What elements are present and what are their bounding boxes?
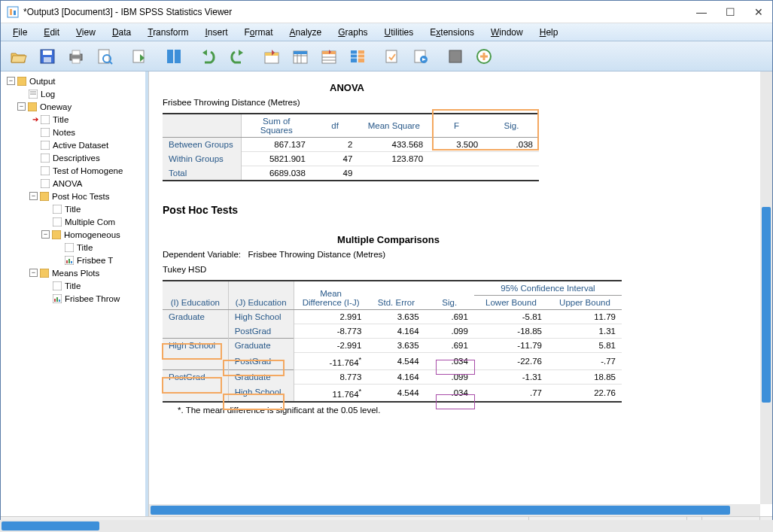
svg-rect-46 — [41, 179, 50, 188]
open-icon[interactable] — [5, 44, 32, 68]
variables-icon[interactable] — [315, 44, 342, 68]
anova-table[interactable]: Sum of Squares df Mean Square F Sig. Bet… — [163, 113, 539, 181]
posthoc-section-title: Post Hoc Tests — [163, 204, 759, 216]
svg-rect-56 — [40, 269, 49, 278]
undo-icon[interactable] — [195, 44, 222, 68]
menu-extensions[interactable]: Extensions — [422, 26, 482, 39]
table-row: PostGradGraduate8.7734.164.099-1.3118.85 — [163, 369, 622, 384]
tree-homogeneous[interactable]: −Homogeneous — [1, 228, 145, 241]
svg-rect-2 — [14, 11, 16, 15]
multcomp-title: Multiple Comparisons — [163, 234, 614, 245]
table-row: Between Groups 867.137 2 433.568 3.500 .… — [163, 138, 539, 152]
menu-help[interactable]: Help — [532, 26, 566, 39]
preview-icon[interactable] — [91, 44, 118, 68]
designate-icon[interactable] — [442, 44, 469, 68]
menu-file[interactable]: File — [5, 26, 35, 39]
tree-posthoc[interactable]: −Post Hoc Tests — [1, 190, 145, 202]
run-icon[interactable] — [407, 44, 434, 68]
outline-pane: −Output Log −Oneway ➔Title Notes Active … — [1, 71, 148, 516]
tree-oneway[interactable]: −Oneway — [1, 100, 145, 113]
method-label: Tukey HSD — [163, 265, 759, 274]
svg-line-11 — [109, 61, 112, 64]
toolbar — [1, 41, 772, 71]
svg-rect-13 — [167, 50, 173, 63]
menu-utilities[interactable]: Utilities — [377, 26, 421, 39]
menu-transform[interactable]: Transform — [140, 26, 196, 39]
svg-rect-0 — [8, 7, 18, 17]
menubar: File Edit View Data Transform Insert For… — [1, 23, 772, 41]
gotodata-icon[interactable] — [258, 44, 285, 68]
tree-frisbee-t[interactable]: Frisbee T — [1, 254, 145, 266]
tree-means-title[interactable]: Title — [1, 279, 145, 292]
tree-log[interactable]: Log — [1, 87, 145, 100]
add-icon[interactable] — [470, 44, 498, 68]
export-icon[interactable] — [126, 44, 153, 68]
tree-title[interactable]: ➔Title — [1, 113, 145, 126]
svg-rect-20 — [294, 51, 307, 54]
main-area: −Output Log −Oneway ➔Title Notes Active … — [1, 71, 772, 516]
grid-icon[interactable] — [160, 44, 187, 68]
tree-anova[interactable]: ANOVA — [1, 177, 145, 190]
svg-rect-7 — [72, 50, 80, 55]
menu-edit[interactable]: Edit — [36, 26, 67, 39]
menu-view[interactable]: View — [68, 26, 103, 39]
svg-rect-45 — [41, 166, 50, 175]
svg-rect-48 — [53, 205, 62, 214]
table-row: High School11.764*4.544.034.7722.76 — [163, 384, 622, 401]
svg-rect-36 — [17, 77, 26, 86]
menu-graphs[interactable]: Graphs — [330, 26, 375, 39]
tree-means-plots[interactable]: −Means Plots — [1, 266, 145, 279]
svg-rect-40 — [28, 102, 37, 111]
tree-multiple-comp[interactable]: Multiple Com — [1, 215, 145, 228]
tree-posthoc-title[interactable]: Title — [1, 202, 145, 215]
print-icon[interactable] — [62, 44, 90, 68]
svg-rect-32 — [449, 50, 461, 62]
table-row: Within Groups 5821.901 47 123.870 — [163, 152, 539, 166]
svg-rect-51 — [65, 243, 74, 252]
titlebar: *Output3 [Document3] - IBM SPSS Statisti… — [1, 1, 772, 23]
svg-rect-53 — [66, 260, 68, 263]
select-icon[interactable] — [379, 44, 406, 68]
table-row: High SchoolGraduate-2.9913.635.691-11.79… — [163, 339, 622, 353]
window-title: *Output3 [Document3] - IBM SPSS Statisti… — [23, 7, 694, 17]
footnote: *. The mean difference is significant at… — [178, 406, 759, 415]
close-button[interactable]: ✕ — [751, 6, 766, 18]
gotocase-icon[interactable] — [287, 44, 314, 68]
svg-rect-49 — [53, 217, 62, 226]
svg-rect-5 — [44, 57, 51, 62]
tree-active-dataset[interactable]: Active Dataset — [1, 138, 145, 151]
app-icon — [7, 6, 19, 18]
svg-rect-4 — [43, 50, 52, 55]
tree-descriptives[interactable]: Descriptives — [1, 151, 145, 164]
menu-analyze[interactable]: Analyze — [282, 26, 330, 39]
svg-rect-8 — [72, 59, 80, 63]
table-row: PostGrad-11.764*4.544.034-22.76-.77 — [163, 353, 622, 370]
svg-rect-57 — [53, 281, 62, 290]
svg-rect-1 — [10, 9, 12, 15]
tree-test-homogeneity[interactable]: Test of Homogene — [1, 164, 145, 177]
maximize-button[interactable]: ☐ — [723, 6, 738, 18]
tree-frisbee-throw[interactable]: Frisbee Throw — [1, 292, 145, 305]
menu-data[interactable]: Data — [105, 26, 138, 39]
menu-format[interactable]: Format — [237, 26, 281, 39]
content-scrollbar-v[interactable] — [760, 71, 772, 504]
anova-caption: Frisbee Throwing Distance (Metres) — [163, 98, 759, 107]
svg-rect-59 — [54, 299, 56, 302]
menu-window[interactable]: Window — [483, 26, 531, 39]
redo-icon[interactable] — [224, 44, 251, 68]
svg-rect-25 — [351, 50, 357, 62]
menu-insert[interactable]: Insert — [197, 26, 235, 39]
tree-notes[interactable]: Notes — [1, 126, 145, 138]
anova-title: ANOVA — [163, 82, 531, 93]
minimize-button[interactable]: — — [694, 6, 709, 18]
svg-rect-41 — [41, 115, 50, 124]
content-viewer: ANOVA Frisbee Throwing Distance (Metres)… — [148, 71, 772, 516]
content-scrollbar-h[interactable] — [149, 504, 760, 516]
tree-homog-title[interactable]: Title — [1, 241, 145, 254]
dialogs-icon[interactable] — [344, 44, 371, 68]
tree-output[interactable]: −Output — [1, 74, 145, 87]
multcomp-table[interactable]: (I) Education (J) Education Mean Differe… — [163, 280, 622, 403]
table-row: Total 6689.038 49 — [163, 166, 539, 181]
save-icon[interactable] — [34, 44, 61, 68]
svg-rect-44 — [41, 154, 50, 163]
